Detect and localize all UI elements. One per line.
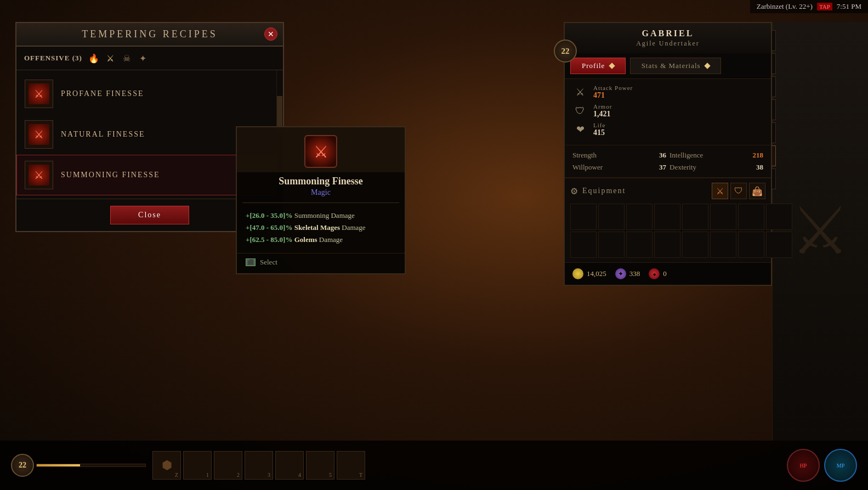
life-icon: ❤ [572,122,588,137]
tooltip-stat-2: +[47.0 - 65.0]% Skeletal Mages Damage [246,223,396,233]
red-currency-icon: ⬥ [649,268,660,279]
stat-row-armor: 🛡 Armor 1,421 [572,103,763,119]
equip-slot-14[interactable] [710,232,736,258]
currency-gold: 14,025 [572,268,606,279]
hud-slot-1-key: 1 [206,472,209,478]
equip-slot-4[interactable] [654,204,680,230]
attack-power-label: Attack Power [593,85,633,91]
tab-offensive-label: OFFENSIVE (3) [24,54,82,63]
tab-profile[interactable]: Profile [570,58,626,74]
tab-icon-sword[interactable]: ⚔ [104,52,116,64]
currency-purple: ✦ 338 [615,268,640,279]
equip-slot-16[interactable] [766,232,792,258]
select-label: Select [260,258,277,267]
hud-slot-3[interactable]: 3 [245,451,273,480]
equip-slot-7[interactable] [738,204,764,230]
stat-row-attack: ⚔ Attack Power 471 [572,85,763,100]
hud-slot-2[interactable]: 2 [214,451,242,480]
life-label: Life [593,122,605,128]
tab-icon-fire[interactable]: 🔥 [88,52,100,64]
hud-slot-5[interactable]: 5 [306,451,334,480]
tooltip-subtitle: Magic [237,188,405,202]
attr-intelligence: Intelligence 218 [670,151,763,160]
equip-slot-8[interactable] [766,204,792,230]
equip-slot-1[interactable] [570,204,597,230]
hud-xp-bar [36,464,146,467]
hud-slot-t-key: T [359,472,362,478]
resource-orb: MP [824,449,857,482]
recipe-name-profane: PROFANE FINESSE [61,89,144,98]
stat3-suffix: Damage [319,235,343,244]
stat1-prefix: +[26.0 - 35.0]% [246,211,292,219]
tooltip-title: Summoning Finesse [237,172,405,188]
tab-icon-star[interactable]: ✦ [137,52,149,64]
equipment-bag-btn[interactable]: 👜 [749,183,765,199]
armor-info: Armor 1,421 [593,103,612,119]
hud-slot-1[interactable]: 1 [183,451,212,480]
recipe-item-profane[interactable]: ⚔ PROFANE FINESSE [16,74,283,114]
select-key-icon: ⬛ [246,258,256,266]
attack-power-icon: ⚔ [572,85,588,100]
life-info: Life 415 [593,122,605,137]
player-tag: TAP [817,3,832,10]
hud-slot-5-key: 5 [329,472,332,478]
character-panel: 22 GABRIEL Agile Undertaker Profile Stat… [564,22,772,286]
stat-row-life: ❤ Life 415 [572,122,763,137]
armor-value: 1,421 [593,110,612,119]
equip-slot-5[interactable] [682,204,708,230]
strength-label: Strength [572,151,597,160]
equip-slot-12[interactable] [654,232,680,258]
equipment-buttons: ⚔ 🛡 👜 [712,183,765,199]
intelligence-label: Intelligence [670,151,703,160]
equip-slot-15[interactable] [738,232,764,258]
tooltip-divider [242,202,399,203]
equipment-grid [570,204,765,258]
tab-icon-skull[interactable]: ☠ [121,52,133,64]
tab-stats[interactable]: Stats & Materials [630,58,721,74]
close-button[interactable]: Close [110,206,189,224]
tooltip-icon-area: ⚔ [237,127,405,172]
equipment-icon: ⚙ [570,186,578,196]
stat3-item: Golems [294,235,317,244]
equip-slot-9[interactable] [570,232,597,258]
recipe-name-summoning: SUMMONING FINESSE [61,171,160,179]
hud-slot-4[interactable]: 4 [275,451,304,480]
purple-currency-icon: ✦ [615,268,626,279]
equipment-armor-btn[interactable]: 🛡 [730,183,747,199]
character-title: Agile Undertaker [636,40,700,48]
attack-power-value: 471 [593,91,633,100]
currency-bar: 14,025 ✦ 338 ⬥ 0 [565,262,771,285]
dexterity-label: Dexterity [670,163,696,172]
hud-slot-t[interactable]: T [337,451,365,480]
intelligence-value: 218 [753,151,764,160]
equip-slot-3[interactable] [626,204,653,230]
willpower-value: 37 [659,163,666,172]
equip-slot-6[interactable] [710,204,736,230]
attr-willpower: Willpower 37 [572,163,666,172]
recipe-icon-profane: ⚔ [25,80,53,108]
tooltip-stat-1: +[26.0 - 35.0]% Summoning Damage [246,211,396,221]
equip-slot-13[interactable] [682,232,708,258]
hud-slot-4-key: 4 [298,472,301,478]
stat3-prefix: +[62.5 - 85.0]% [246,235,292,244]
equip-slot-2[interactable] [598,204,625,230]
equip-slot-11[interactable] [626,232,653,258]
game-time: 7:51 PM [837,2,861,11]
hud-slot-3-key: 3 [268,472,270,478]
tooltip-popup: ⚔ Summoning Finesse Magic +[26.0 - 35.0]… [236,126,406,274]
tempering-title: TEMPERING RECIPES [82,29,218,40]
tempering-title-bar: TEMPERING RECIPES ✕ [16,23,283,47]
hud-slot-z[interactable]: ⬢ Z [152,451,181,480]
tooltip-select-button[interactable]: ⬛ Select [237,253,405,273]
recipe-name-natural: NATURAL FINESSE [61,130,145,139]
character-name: GABRIEL [642,29,694,38]
stat2-prefix: +[47.0 - 65.0]% [246,223,292,232]
tempering-close-x-button[interactable]: ✕ [264,27,277,41]
equipment-weapons-btn[interactable]: ⚔ [712,183,728,199]
strength-value: 36 [659,151,666,160]
character-silhouette: ⚔ [791,199,850,264]
equip-slot-10[interactable] [598,232,625,258]
hud-slot-z-icon: ⬢ [162,458,172,472]
stats-tab-diamond [704,63,710,69]
currency-red: ⬥ 0 [649,268,667,279]
